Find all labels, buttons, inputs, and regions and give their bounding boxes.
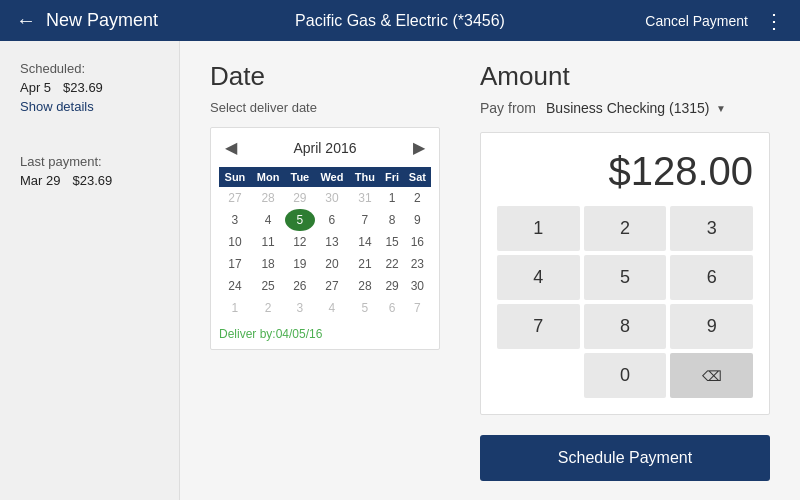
calendar-day[interactable]: 29 <box>285 187 314 209</box>
calendar-day[interactable]: 25 <box>251 275 285 297</box>
weekday-thu: Thu <box>349 167 380 187</box>
calendar-day[interactable]: 30 <box>404 275 431 297</box>
calendar-day[interactable]: 6 <box>380 297 403 319</box>
weekday-mon: Mon <box>251 167 285 187</box>
pay-from-dropdown[interactable]: Business Checking (1315) ▼ <box>546 100 726 116</box>
calendar-day[interactable]: 16 <box>404 231 431 253</box>
calendar-day[interactable]: 21 <box>349 253 380 275</box>
menu-icon[interactable]: ⋮ <box>764 9 784 33</box>
amount-section: Amount Pay from Business Checking (1315)… <box>480 61 770 480</box>
calendar-day[interactable]: 3 <box>285 297 314 319</box>
calendar-day[interactable]: 9 <box>404 209 431 231</box>
calendar-row: 3456789 <box>219 209 431 231</box>
calendar-row: 17181920212223 <box>219 253 431 275</box>
calendar-day[interactable]: 28 <box>349 275 380 297</box>
calendar-day[interactable]: 31 <box>349 187 380 209</box>
weekday-sat: Sat <box>404 167 431 187</box>
scheduled-date: Apr 5 <box>20 80 51 95</box>
calendar-day[interactable]: 22 <box>380 253 403 275</box>
numpad-8[interactable]: 8 <box>584 304 667 349</box>
schedule-payment-button[interactable]: Schedule Payment <box>480 435 770 481</box>
calendar-day[interactable]: 28 <box>251 187 285 209</box>
main-area: Date Select deliver date ◀ April 2016 ▶ … <box>180 41 800 500</box>
calendar-month-year: April 2016 <box>293 140 356 156</box>
calendar-day[interactable]: 19 <box>285 253 314 275</box>
numpad-1[interactable]: 1 <box>497 206 580 251</box>
back-button[interactable]: ← <box>16 9 36 32</box>
show-details-link[interactable]: Show details <box>20 99 159 114</box>
numpad-5[interactable]: 5 <box>584 255 667 300</box>
calendar-day[interactable]: 8 <box>380 209 403 231</box>
numpad-9[interactable]: 9 <box>670 304 753 349</box>
header-actions: Cancel Payment ⋮ <box>645 9 784 33</box>
numpad-2[interactable]: 2 <box>584 206 667 251</box>
calendar-row: 24252627282930 <box>219 275 431 297</box>
last-payment-label: Last payment: <box>20 154 159 169</box>
calendar-day[interactable]: 2 <box>251 297 285 319</box>
numpad-7[interactable]: 7 <box>497 304 580 349</box>
calendar-day[interactable]: 4 <box>315 297 350 319</box>
payee-title: Pacific Gas & Electric (*3456) <box>295 12 505 30</box>
calendar-day[interactable]: 1 <box>380 187 403 209</box>
scheduled-amount: $23.69 <box>63 80 103 95</box>
calendar-day[interactable]: 5 <box>285 209 314 231</box>
sidebar: Scheduled: Apr 5 $23.69 Show details Las… <box>0 41 180 500</box>
pay-from-row: Pay from Business Checking (1315) ▼ <box>480 100 770 116</box>
numpad-backspace[interactable]: ⌫ <box>670 353 753 398</box>
amount-value: $128.00 <box>497 149 753 194</box>
calendar-day[interactable]: 10 <box>219 231 251 253</box>
page-title: New Payment <box>46 10 158 31</box>
calendar-day[interactable]: 27 <box>315 275 350 297</box>
pay-from-select[interactable]: Business Checking (1315) <box>546 100 730 116</box>
calendar-day[interactable]: 5 <box>349 297 380 319</box>
calendar-row: 10111213141516 <box>219 231 431 253</box>
calendar-day[interactable]: 7 <box>349 209 380 231</box>
prev-month-button[interactable]: ◀ <box>219 136 243 159</box>
calendar-day[interactable]: 24 <box>219 275 251 297</box>
calendar-day[interactable]: 17 <box>219 253 251 275</box>
calendar-day[interactable]: 20 <box>315 253 350 275</box>
calendar-day[interactable]: 13 <box>315 231 350 253</box>
cancel-payment-button[interactable]: Cancel Payment <box>645 13 748 29</box>
scheduled-row: Apr 5 $23.69 <box>20 80 159 95</box>
calendar-day[interactable]: 11 <box>251 231 285 253</box>
calendar-grid: Sun Mon Tue Wed Thu Fri Sat 272829303112… <box>219 167 431 319</box>
calendar-day[interactable]: 14 <box>349 231 380 253</box>
weekday-fri: Fri <box>380 167 403 187</box>
weekday-tue: Tue <box>285 167 314 187</box>
calendar-day[interactable]: 2 <box>404 187 431 209</box>
calendar-day[interactable]: 12 <box>285 231 314 253</box>
next-month-button[interactable]: ▶ <box>407 136 431 159</box>
calendar: ◀ April 2016 ▶ Sun Mon Tue Wed Thu Fri S <box>210 127 440 350</box>
calendar-day[interactable]: 4 <box>251 209 285 231</box>
calendar-day[interactable]: 1 <box>219 297 251 319</box>
app-header: ← New Payment Pacific Gas & Electric (*3… <box>0 0 800 41</box>
calendar-day[interactable]: 27 <box>219 187 251 209</box>
calendar-day[interactable]: 15 <box>380 231 403 253</box>
calendar-day[interactable]: 18 <box>251 253 285 275</box>
numpad-4[interactable]: 4 <box>497 255 580 300</box>
calendar-day[interactable]: 26 <box>285 275 314 297</box>
calendar-row: 1234567 <box>219 297 431 319</box>
date-section-title: Date <box>210 61 440 92</box>
numpad-6[interactable]: 6 <box>670 255 753 300</box>
last-payment-row: Mar 29 $23.69 <box>20 173 159 188</box>
numpad-3[interactable]: 3 <box>670 206 753 251</box>
calendar-header: ◀ April 2016 ▶ <box>219 136 431 159</box>
amount-display: $128.00 1 2 3 4 5 6 7 8 9 0 ⌫ <box>480 132 770 415</box>
last-payment-amount: $23.69 <box>72 173 112 188</box>
content-area: Scheduled: Apr 5 $23.69 Show details Las… <box>0 41 800 500</box>
dropdown-arrow-icon: ▼ <box>716 103 726 114</box>
calendar-day[interactable]: 23 <box>404 253 431 275</box>
calendar-day[interactable]: 30 <box>315 187 350 209</box>
calendar-day[interactable]: 29 <box>380 275 403 297</box>
calendar-day[interactable]: 3 <box>219 209 251 231</box>
numpad-spacer <box>497 353 580 398</box>
numpad-0[interactable]: 0 <box>584 353 667 398</box>
scheduled-label: Scheduled: <box>20 61 159 76</box>
numpad: 1 2 3 4 5 6 7 8 9 0 ⌫ <box>497 206 753 398</box>
calendar-day[interactable]: 7 <box>404 297 431 319</box>
calendar-day[interactable]: 6 <box>315 209 350 231</box>
pay-from-label: Pay from <box>480 100 536 116</box>
deliver-by: Deliver by:04/05/16 <box>219 327 431 341</box>
